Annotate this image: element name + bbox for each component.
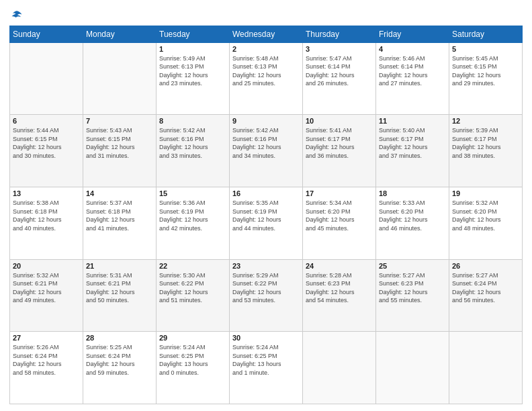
day-number: 4	[379, 45, 446, 53]
calendar-cell: 1Sunrise: 5:49 AM Sunset: 6:13 PM Daylig…	[157, 42, 230, 115]
calendar-cell: 5Sunrise: 5:45 AM Sunset: 6:15 PM Daylig…	[449, 42, 523, 115]
day-info: Sunrise: 5:49 AM Sunset: 6:13 PM Dayligh…	[159, 54, 226, 88]
calendar-cell: 11Sunrise: 5:40 AM Sunset: 6:17 PM Dayli…	[376, 115, 449, 187]
day-info: Sunrise: 5:24 AM Sunset: 6:25 PM Dayligh…	[159, 343, 226, 377]
calendar-week-row: 6Sunrise: 5:44 AM Sunset: 6:15 PM Daylig…	[10, 115, 523, 187]
day-number: 25	[379, 262, 446, 270]
day-info: Sunrise: 5:26 AM Sunset: 6:24 PM Dayligh…	[13, 343, 80, 377]
day-number: 8	[159, 117, 226, 125]
weekday-header-sunday: Sunday	[10, 26, 83, 42]
calendar-cell	[376, 332, 449, 404]
day-number: 26	[452, 262, 519, 270]
day-info: Sunrise: 5:24 AM Sunset: 6:25 PM Dayligh…	[232, 343, 300, 377]
calendar-cell: 30Sunrise: 5:24 AM Sunset: 6:25 PM Dayli…	[230, 332, 303, 404]
day-info: Sunrise: 5:38 AM Sunset: 6:18 PM Dayligh…	[13, 199, 80, 232]
day-number: 21	[86, 262, 153, 270]
day-number: 1	[159, 45, 226, 53]
calendar-week-row: 1Sunrise: 5:49 AM Sunset: 6:13 PM Daylig…	[10, 42, 523, 115]
calendar-cell: 9Sunrise: 5:42 AM Sunset: 6:16 PM Daylig…	[230, 115, 303, 187]
day-info: Sunrise: 5:36 AM Sunset: 6:19 PM Dayligh…	[159, 199, 226, 232]
calendar-cell: 17Sunrise: 5:34 AM Sunset: 6:20 PM Dayli…	[303, 187, 376, 259]
logo	[9, 9, 23, 21]
day-info: Sunrise: 5:39 AM Sunset: 6:17 PM Dayligh…	[452, 126, 519, 160]
day-number: 15	[159, 189, 226, 197]
calendar-cell: 2Sunrise: 5:48 AM Sunset: 6:13 PM Daylig…	[230, 42, 303, 115]
weekday-header-monday: Monday	[83, 26, 157, 42]
calendar-cell	[83, 42, 157, 115]
day-number: 3	[306, 45, 373, 53]
calendar-cell: 20Sunrise: 5:32 AM Sunset: 6:21 PM Dayli…	[10, 259, 83, 332]
day-number: 9	[232, 117, 300, 125]
day-number: 28	[86, 334, 153, 342]
calendar-cell: 7Sunrise: 5:43 AM Sunset: 6:15 PM Daylig…	[83, 115, 157, 187]
calendar-cell: 3Sunrise: 5:47 AM Sunset: 6:14 PM Daylig…	[303, 42, 376, 115]
day-number: 5	[452, 45, 519, 53]
calendar-cell: 28Sunrise: 5:25 AM Sunset: 6:24 PM Dayli…	[83, 332, 157, 404]
day-number: 29	[159, 334, 226, 342]
calendar-cell: 18Sunrise: 5:33 AM Sunset: 6:20 PM Dayli…	[376, 187, 449, 259]
weekday-header-row: SundayMondayTuesdayWednesdayThursdayFrid…	[10, 26, 523, 42]
calendar-cell: 26Sunrise: 5:27 AM Sunset: 6:24 PM Dayli…	[449, 259, 523, 332]
day-number: 30	[232, 334, 300, 342]
day-info: Sunrise: 5:46 AM Sunset: 6:14 PM Dayligh…	[379, 54, 446, 88]
calendar-cell: 19Sunrise: 5:32 AM Sunset: 6:20 PM Dayli…	[449, 187, 523, 259]
calendar-cell	[10, 42, 83, 115]
day-info: Sunrise: 5:44 AM Sunset: 6:15 PM Dayligh…	[13, 126, 80, 160]
day-info: Sunrise: 5:25 AM Sunset: 6:24 PM Dayligh…	[86, 343, 153, 377]
day-info: Sunrise: 5:47 AM Sunset: 6:14 PM Dayligh…	[306, 54, 373, 88]
calendar-cell: 29Sunrise: 5:24 AM Sunset: 6:25 PM Dayli…	[157, 332, 230, 404]
day-info: Sunrise: 5:37 AM Sunset: 6:18 PM Dayligh…	[86, 199, 153, 232]
day-info: Sunrise: 5:27 AM Sunset: 6:24 PM Dayligh…	[452, 271, 519, 305]
calendar-cell: 22Sunrise: 5:30 AM Sunset: 6:22 PM Dayli…	[157, 259, 230, 332]
weekday-header-thursday: Thursday	[303, 26, 376, 42]
calendar-week-row: 20Sunrise: 5:32 AM Sunset: 6:21 PM Dayli…	[10, 259, 523, 332]
day-number: 18	[379, 189, 446, 197]
weekday-header-wednesday: Wednesday	[230, 26, 303, 42]
day-number: 7	[86, 117, 153, 125]
calendar-cell: 21Sunrise: 5:31 AM Sunset: 6:21 PM Dayli…	[83, 259, 157, 332]
day-info: Sunrise: 5:43 AM Sunset: 6:15 PM Dayligh…	[86, 126, 153, 160]
day-info: Sunrise: 5:42 AM Sunset: 6:16 PM Dayligh…	[232, 126, 300, 160]
day-info: Sunrise: 5:32 AM Sunset: 6:20 PM Dayligh…	[452, 199, 519, 232]
calendar-cell: 27Sunrise: 5:26 AM Sunset: 6:24 PM Dayli…	[10, 332, 83, 404]
weekday-header-saturday: Saturday	[449, 26, 523, 42]
day-info: Sunrise: 5:35 AM Sunset: 6:19 PM Dayligh…	[232, 199, 300, 232]
day-number: 12	[452, 117, 519, 125]
calendar-cell	[303, 332, 376, 404]
calendar-week-row: 27Sunrise: 5:26 AM Sunset: 6:24 PM Dayli…	[10, 332, 523, 404]
day-info: Sunrise: 5:45 AM Sunset: 6:15 PM Dayligh…	[452, 54, 519, 88]
calendar-cell	[449, 332, 523, 404]
day-number: 23	[232, 262, 300, 270]
day-number: 24	[306, 262, 373, 270]
day-number: 6	[13, 117, 80, 125]
calendar-week-row: 13Sunrise: 5:38 AM Sunset: 6:18 PM Dayli…	[10, 187, 523, 259]
calendar-cell: 23Sunrise: 5:29 AM Sunset: 6:22 PM Dayli…	[230, 259, 303, 332]
day-number: 27	[13, 334, 80, 342]
calendar-cell: 15Sunrise: 5:36 AM Sunset: 6:19 PM Dayli…	[157, 187, 230, 259]
day-info: Sunrise: 5:31 AM Sunset: 6:21 PM Dayligh…	[86, 271, 153, 305]
day-info: Sunrise: 5:32 AM Sunset: 6:21 PM Dayligh…	[13, 271, 80, 305]
day-number: 14	[86, 189, 153, 197]
calendar-cell: 4Sunrise: 5:46 AM Sunset: 6:14 PM Daylig…	[376, 42, 449, 115]
header	[9, 7, 523, 21]
day-number: 19	[452, 189, 519, 197]
day-number: 11	[379, 117, 446, 125]
day-number: 16	[232, 189, 300, 197]
day-info: Sunrise: 5:33 AM Sunset: 6:20 PM Dayligh…	[379, 199, 446, 232]
day-number: 13	[13, 189, 80, 197]
calendar-cell: 8Sunrise: 5:42 AM Sunset: 6:16 PM Daylig…	[157, 115, 230, 187]
calendar-cell: 12Sunrise: 5:39 AM Sunset: 6:17 PM Dayli…	[449, 115, 523, 187]
day-info: Sunrise: 5:30 AM Sunset: 6:22 PM Dayligh…	[159, 271, 226, 305]
day-info: Sunrise: 5:28 AM Sunset: 6:23 PM Dayligh…	[306, 271, 373, 305]
day-number: 22	[159, 262, 226, 270]
calendar-cell: 24Sunrise: 5:28 AM Sunset: 6:23 PM Dayli…	[303, 259, 376, 332]
page: SundayMondayTuesdayWednesdayThursdayFrid…	[0, 0, 532, 411]
day-info: Sunrise: 5:41 AM Sunset: 6:17 PM Dayligh…	[306, 126, 373, 160]
logo-text	[9, 9, 23, 21]
calendar-cell: 16Sunrise: 5:35 AM Sunset: 6:19 PM Dayli…	[230, 187, 303, 259]
calendar-cell: 14Sunrise: 5:37 AM Sunset: 6:18 PM Dayli…	[83, 187, 157, 259]
day-info: Sunrise: 5:40 AM Sunset: 6:17 PM Dayligh…	[379, 126, 446, 160]
day-number: 10	[306, 117, 373, 125]
day-info: Sunrise: 5:34 AM Sunset: 6:20 PM Dayligh…	[306, 199, 373, 232]
day-info: Sunrise: 5:29 AM Sunset: 6:22 PM Dayligh…	[232, 271, 300, 305]
